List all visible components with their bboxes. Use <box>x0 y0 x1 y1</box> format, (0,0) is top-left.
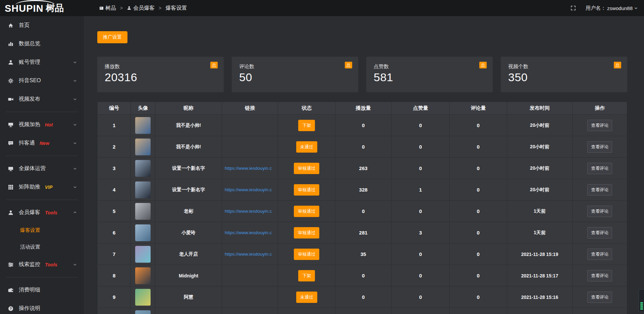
videos-table: 编号 头像 昵称 链接 状态 播放量 点赞量 评论量 发布时间 操作 1 我不是… <box>97 102 627 314</box>
cell-number: 2 <box>98 136 131 158</box>
view-comments-button[interactable]: 查看评论 <box>587 249 612 260</box>
breadcrumb-item-current: 爆客设置 <box>165 5 187 12</box>
header-likes: 点赞量 <box>391 102 450 115</box>
total-badge: 总 <box>345 62 352 68</box>
promotion-settings-button[interactable]: 推广设置 <box>97 31 127 43</box>
header-publish-time: 发布时间 <box>507 102 573 115</box>
video-link[interactable]: https://www.iesdouyin.c <box>222 252 278 257</box>
cell-action: 查看评论 <box>573 222 627 244</box>
stat-cards: 播放数 20316 总 评论数 50 总 点赞数 581 总 视频个数 350 … <box>97 57 627 92</box>
cell-nickname: 老人开店 <box>155 244 222 265</box>
hot-badge: Hot <box>45 122 53 127</box>
header-status: 状态 <box>278 102 335 115</box>
video-link[interactable]: https://www.iesdouyin.c <box>222 209 278 214</box>
cell-action: 查看评论 <box>573 201 627 222</box>
header-actions: 操作 <box>573 102 627 115</box>
cell-number: 6 <box>98 222 131 244</box>
sidebar-divider <box>6 200 78 200</box>
sidebar-item-video-publish[interactable]: 视频发布 <box>0 90 84 108</box>
view-comments-button[interactable]: 查看评论 <box>587 184 612 196</box>
cell-status: 审核通过 <box>278 179 335 201</box>
header-plays: 播放量 <box>335 102 391 115</box>
video-link[interactable]: https://www.iesdouyin.c <box>222 166 278 171</box>
video-link[interactable]: https://www.iesdouyin.c <box>222 230 278 235</box>
sidebar-item-douyin-seo[interactable]: 抖音SEO <box>0 71 84 90</box>
avatar <box>135 160 151 177</box>
table-row: 2 我不是小帅! 未通过 0 0 0 20小时前 查看评论 <box>98 136 627 158</box>
cell-comments: 0 <box>449 286 507 308</box>
status-badge[interactable]: 审核通过 <box>294 206 319 217</box>
header-nickname: 昵称 <box>155 102 222 115</box>
video-link[interactable]: https://www.iesdouyin.c <box>222 187 278 192</box>
logo-arc <box>15 0 55 10</box>
table-row: 3 设置一个新名字 https://www.iesdouyin.c 审核通过 2… <box>98 158 627 179</box>
view-comments-button[interactable]: 查看评论 <box>587 206 612 217</box>
status-badge[interactable]: 未通过 <box>296 141 317 153</box>
status-badge[interactable]: 下架 <box>298 120 315 131</box>
sidebar-item-operation-guide[interactable]: ? 操作说明 <box>0 299 84 314</box>
status-badge[interactable]: 下架 <box>298 270 315 281</box>
cell-status: 审核通过 <box>278 158 335 179</box>
vip-badge: VIP <box>45 185 53 190</box>
cell-link: https://www.iesdouyin.c <box>222 179 278 201</box>
sidebar-subitem-activity-settings[interactable]: 活动设置 <box>0 239 84 255</box>
chat-bubble-icon <box>7 140 14 147</box>
app-logo[interactable]: SHUPIN 树品 <box>0 2 84 14</box>
cell-nickname: 我不是小帅! <box>155 136 222 158</box>
sidebar-item-consumption-details[interactable]: 消费明细 <box>0 281 84 299</box>
view-comments-button[interactable]: 查看评论 <box>587 270 612 281</box>
cell-action: 查看评论 <box>573 179 627 201</box>
green-bar <box>640 302 643 304</box>
cell-status: 未通过 <box>278 286 335 308</box>
sidebar-item-all-media-operation[interactable]: 全媒体运营 <box>0 159 84 178</box>
status-badge[interactable]: 审核通过 <box>294 227 319 239</box>
stat-value: 350 <box>508 71 620 84</box>
cell-number: 8 <box>98 265 131 286</box>
sidebar-item-home[interactable]: 首页 <box>0 16 84 35</box>
cell-likes: 0 <box>391 158 450 179</box>
cell-publish-time: 20小时前 <box>507 179 573 201</box>
breadcrumb-item-member[interactable]: 会员爆客 <box>127 5 155 12</box>
cell-avatar <box>131 158 155 179</box>
stat-card-videos: 视频个数 350 总 <box>501 57 627 92</box>
sidebar-item-member-baoke[interactable]: 会员爆客 Tools <box>0 203 84 222</box>
total-badge: 总 <box>479 62 487 68</box>
tools-badge: Tools <box>45 210 57 215</box>
cell-likes: 0 <box>391 286 450 308</box>
sidebar-item-douketong[interactable]: 抖客通 New <box>0 134 84 152</box>
view-comments-button[interactable]: 查看评论 <box>587 227 612 239</box>
member-icon <box>7 209 14 216</box>
floating-widget[interactable] <box>639 289 644 312</box>
status-badge[interactable]: 未通过 <box>296 292 317 303</box>
status-badge[interactable]: 审核通过 <box>294 163 319 174</box>
status-badge[interactable]: 审核通过 <box>294 184 319 196</box>
cell-action: 查看评论 <box>573 244 627 265</box>
sidebar-item-data-overview[interactable]: 数据总览 <box>0 35 84 53</box>
stat-card-comments: 评论数 50 总 <box>232 57 358 92</box>
stat-value: 20316 <box>105 71 216 84</box>
sidebar-item-account-management[interactable]: 账号管理 <box>0 53 84 71</box>
chevron-down-icon <box>73 166 77 171</box>
cell-nickname: 阿慧 <box>155 286 222 308</box>
breadcrumb-item-root[interactable]: 树品 <box>99 5 116 12</box>
status-badge[interactable]: 审核通过 <box>294 249 319 260</box>
stat-card-plays: 播放数 20316 总 <box>97 57 224 92</box>
cell-action: 查看评论 <box>573 286 627 308</box>
sidebar-subitem-baoke-settings[interactable]: 爆客设置 <box>0 222 84 239</box>
user-menu[interactable]: 用户名： zswodun88 <box>586 5 638 11</box>
view-comments-button[interactable]: 查看评论 <box>587 141 612 153</box>
view-comments-button[interactable]: 查看评论 <box>587 120 612 131</box>
cell-comments: 0 <box>449 201 507 222</box>
sidebar-item-matrix-boost[interactable]: 矩阵助推 VIP <box>0 178 84 196</box>
view-comments-button[interactable]: 查看评论 <box>587 292 612 303</box>
cell-number: 4 <box>98 179 131 201</box>
view-comments-button[interactable]: 查看评论 <box>587 163 612 174</box>
cell-status: 下架 <box>278 115 335 136</box>
sidebar-item-video-heating[interactable]: 视频加热 Hot <box>0 115 84 134</box>
fullscreen-icon[interactable] <box>570 5 576 11</box>
avatar <box>135 267 151 284</box>
table-row: 6 小爱玲 https://www.iesdouyin.c 审核通过 281 3… <box>98 222 627 244</box>
sidebar-item-lead-monitoring[interactable]: 线索监控 Tools <box>0 255 84 274</box>
cell-publish-time: 20小时前 <box>507 136 573 158</box>
chevron-down-icon <box>73 185 77 189</box>
